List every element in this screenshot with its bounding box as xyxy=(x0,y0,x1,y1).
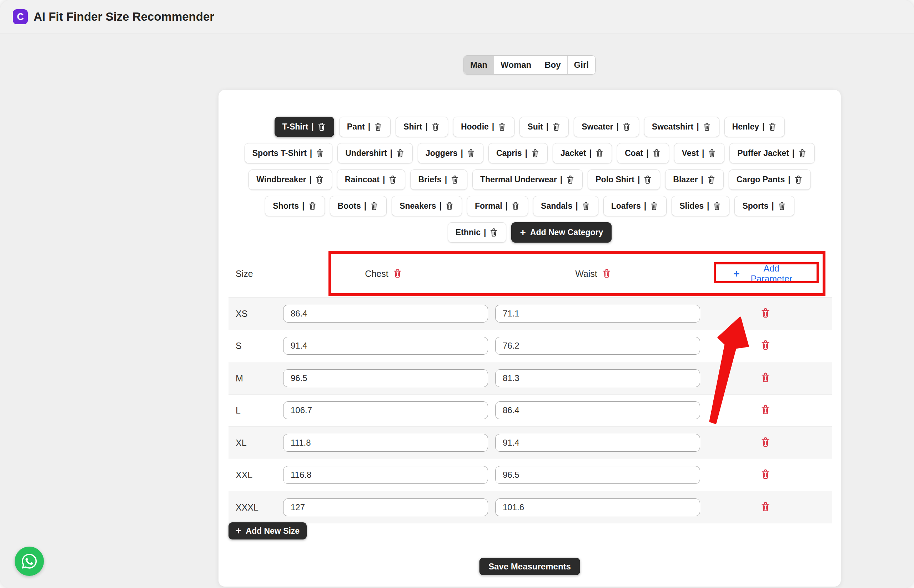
trash-icon[interactable] xyxy=(369,202,379,211)
trash-icon[interactable] xyxy=(315,149,325,158)
chest-input-xs[interactable] xyxy=(283,305,488,323)
chest-input-xxl[interactable] xyxy=(283,466,488,484)
category-chip-pant[interactable]: Pant| xyxy=(339,117,391,137)
trash-icon[interactable] xyxy=(760,308,771,318)
tab-boy[interactable]: Boy xyxy=(538,56,567,74)
category-chip-formal[interactable]: Formal| xyxy=(467,196,528,216)
trash-icon[interactable] xyxy=(581,202,590,211)
chest-input-m[interactable] xyxy=(283,369,488,387)
trash-icon[interactable] xyxy=(308,202,317,211)
category-chip-sports[interactable]: Sports| xyxy=(734,196,794,216)
category-chip-loafers[interactable]: Loafers| xyxy=(603,196,667,216)
trash-icon[interactable] xyxy=(431,123,440,132)
category-chip-shirt[interactable]: Shirt| xyxy=(396,117,448,137)
delete-row-button[interactable] xyxy=(760,437,771,449)
waist-input-xxl[interactable] xyxy=(495,466,700,484)
trash-icon[interactable] xyxy=(652,149,661,158)
delete-row-button[interactable] xyxy=(760,308,771,319)
trash-icon[interactable] xyxy=(511,202,520,211)
trash-icon[interactable] xyxy=(798,149,807,158)
chest-input-xl[interactable] xyxy=(283,434,488,452)
category-chip-sandals[interactable]: Sandals| xyxy=(533,196,599,216)
category-chip-henley[interactable]: Henley| xyxy=(725,117,785,137)
trash-icon[interactable] xyxy=(595,149,604,158)
save-measurements-button[interactable]: Save Measurements xyxy=(479,558,580,575)
category-chip-joggers[interactable]: Joggers| xyxy=(418,143,484,163)
trash-icon[interactable] xyxy=(707,149,717,158)
chest-input-l[interactable] xyxy=(283,401,488,419)
trash-icon[interactable] xyxy=(445,202,454,211)
trash-icon[interactable] xyxy=(450,175,459,184)
chest-input-xxxl[interactable] xyxy=(283,498,488,516)
trash-icon[interactable] xyxy=(317,123,326,132)
category-chip-hoodie[interactable]: Hoodie| xyxy=(453,117,514,137)
category-chip-slides[interactable]: Slides| xyxy=(671,196,730,216)
trash-icon[interactable] xyxy=(760,372,771,383)
waist-input-m[interactable] xyxy=(495,369,700,387)
category-chip-blazer[interactable]: Blazer| xyxy=(665,170,723,190)
whatsapp-button[interactable] xyxy=(15,547,44,576)
trash-icon[interactable] xyxy=(622,123,631,132)
trash-icon[interactable] xyxy=(794,175,803,184)
trash-icon[interactable] xyxy=(396,149,405,158)
trash-icon[interactable] xyxy=(466,149,476,158)
trash-icon[interactable] xyxy=(602,269,611,279)
trash-icon[interactable] xyxy=(497,123,506,132)
category-chip-raincoat[interactable]: Raincoat| xyxy=(337,170,406,190)
tab-girl[interactable]: Girl xyxy=(568,56,595,74)
trash-icon[interactable] xyxy=(315,175,324,184)
category-chip-capris[interactable]: Capris| xyxy=(489,143,548,163)
category-chip-cargo-pants[interactable]: Cargo Pants| xyxy=(729,170,811,190)
category-chip-sneakers[interactable]: Sneakers| xyxy=(391,196,462,216)
trash-icon[interactable] xyxy=(643,175,652,184)
trash-icon[interactable] xyxy=(649,202,659,211)
waist-input-xl[interactable] xyxy=(495,434,700,452)
category-chip-sweater[interactable]: Sweater| xyxy=(574,117,639,137)
trash-icon[interactable] xyxy=(777,202,786,211)
category-chip-thermal-underwear[interactable]: Thermal Underwear| xyxy=(472,170,583,190)
trash-icon[interactable] xyxy=(531,149,540,158)
waist-input-l[interactable] xyxy=(495,401,700,419)
category-chip-puffer-jacket[interactable]: Puffer Jacket| xyxy=(730,143,815,163)
tab-man[interactable]: Man xyxy=(464,56,494,74)
category-chip-undershirt[interactable]: Undershirt| xyxy=(337,143,413,163)
delete-row-button[interactable] xyxy=(760,405,771,417)
trash-icon[interactable] xyxy=(707,175,716,184)
category-chip-sports-t-shirt[interactable]: Sports T-Shirt| xyxy=(244,143,333,163)
trash-icon[interactable] xyxy=(489,228,498,237)
category-chip-suit[interactable]: Suit| xyxy=(519,117,569,137)
add-new-category-button[interactable]: +Add New Category xyxy=(511,222,611,242)
category-chip-jacket[interactable]: Jacket| xyxy=(553,143,612,163)
add-new-size-button[interactable]: + Add New Size xyxy=(228,522,307,540)
category-chip-briefs[interactable]: Briefs| xyxy=(410,170,468,190)
delete-row-button[interactable] xyxy=(760,469,771,481)
trash-icon[interactable] xyxy=(760,340,771,351)
trash-icon[interactable] xyxy=(768,123,777,132)
waist-input-xs[interactable] xyxy=(495,305,700,323)
trash-icon[interactable] xyxy=(374,123,383,132)
trash-icon[interactable] xyxy=(702,123,712,132)
tab-woman[interactable]: Woman xyxy=(494,56,538,74)
category-chip-t-shirt[interactable]: T-Shirt| xyxy=(275,117,334,137)
add-parameter-button[interactable]: + Add Parameter xyxy=(733,263,799,284)
trash-icon[interactable] xyxy=(760,469,771,480)
waist-input-xxxl[interactable] xyxy=(495,498,700,516)
trash-icon[interactable] xyxy=(552,123,561,132)
trash-icon[interactable] xyxy=(712,202,721,211)
delete-row-button[interactable] xyxy=(760,372,771,384)
category-chip-windbreaker[interactable]: Windbreaker| xyxy=(249,170,332,190)
category-chip-sweatshirt[interactable]: Sweatshirt| xyxy=(644,117,720,137)
delete-row-button[interactable] xyxy=(760,501,771,513)
chest-input-s[interactable] xyxy=(283,337,488,355)
category-chip-boots[interactable]: Boots| xyxy=(330,196,387,216)
category-chip-coat[interactable]: Coat| xyxy=(617,143,669,163)
delete-row-button[interactable] xyxy=(760,340,771,352)
category-chip-ethnic[interactable]: Ethnic| xyxy=(448,222,506,242)
trash-icon[interactable] xyxy=(760,405,771,415)
trash-icon[interactable] xyxy=(566,175,575,184)
waist-input-s[interactable] xyxy=(495,337,700,355)
trash-icon[interactable] xyxy=(388,175,397,184)
trash-icon[interactable] xyxy=(760,501,771,512)
category-chip-polo-shirt[interactable]: Polo Shirt| xyxy=(588,170,660,190)
category-chip-shorts[interactable]: Shorts| xyxy=(265,196,325,216)
